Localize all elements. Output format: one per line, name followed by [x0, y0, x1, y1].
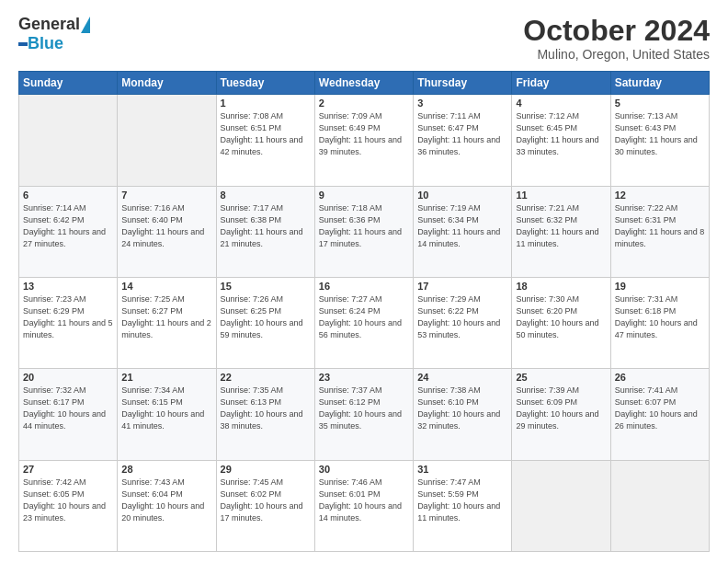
calendar-cell-2-6: 19Sunrise: 7:31 AMSunset: 6:18 PMDayligh…: [610, 277, 709, 368]
day-info-15: Sunrise: 7:26 AMSunset: 6:25 PMDaylight:…: [221, 293, 311, 341]
calendar-cell-4-6: [610, 460, 709, 551]
day-info-7: Sunrise: 7:16 AMSunset: 6:40 PMDaylight:…: [121, 202, 211, 250]
day-info-16: Sunrise: 7:27 AMSunset: 6:24 PMDaylight:…: [319, 293, 409, 341]
calendar-cell-0-1: [118, 95, 216, 186]
day-info-24: Sunrise: 7:38 AMSunset: 6:10 PMDaylight:…: [417, 385, 507, 432]
day-number-1: 1: [221, 98, 311, 109]
day-info-21: Sunrise: 7:34 AMSunset: 6:15 PMDaylight:…: [121, 385, 211, 432]
col-thursday: Thursday: [414, 72, 512, 95]
calendar-cell-1-1: 7Sunrise: 7:16 AMSunset: 6:40 PMDaylight…: [118, 186, 216, 277]
calendar-cell-1-6: 12Sunrise: 7:22 AMSunset: 6:31 PMDayligh…: [610, 186, 709, 277]
day-number-25: 25: [516, 372, 606, 383]
calendar-cell-2-0: 13Sunrise: 7:23 AMSunset: 6:29 PMDayligh…: [19, 277, 118, 368]
calendar-cell-3-2: 22Sunrise: 7:35 AMSunset: 6:13 PMDayligh…: [216, 369, 314, 460]
day-number-22: 22: [221, 372, 311, 383]
day-number-17: 17: [417, 281, 507, 292]
day-info-30: Sunrise: 7:46 AMSunset: 6:01 PMDaylight:…: [319, 477, 409, 524]
calendar-cell-3-4: 24Sunrise: 7:38 AMSunset: 6:10 PMDayligh…: [414, 369, 512, 460]
day-number-12: 12: [615, 190, 705, 201]
col-sunday: Sunday: [19, 72, 118, 95]
day-info-17: Sunrise: 7:29 AMSunset: 6:22 PMDaylight:…: [417, 293, 507, 341]
col-monday: Monday: [118, 72, 216, 95]
calendar-cell-4-5: [512, 460, 610, 551]
calendar-cell-0-0: [19, 95, 118, 186]
day-info-10: Sunrise: 7:19 AMSunset: 6:34 PMDaylight:…: [417, 202, 507, 250]
page: General Blue October 2024 Mulino, Oregon…: [0, 0, 728, 563]
calendar-cell-3-6: 26Sunrise: 7:41 AMSunset: 6:07 PMDayligh…: [610, 369, 709, 460]
location: Mulino, Oregon, United States: [523, 47, 710, 62]
calendar-cell-2-5: 18Sunrise: 7:30 AMSunset: 6:20 PMDayligh…: [512, 277, 610, 368]
day-info-27: Sunrise: 7:42 AMSunset: 6:05 PMDaylight:…: [23, 477, 113, 524]
week-row-2: 13Sunrise: 7:23 AMSunset: 6:29 PMDayligh…: [19, 277, 710, 368]
day-info-28: Sunrise: 7:43 AMSunset: 6:04 PMDaylight:…: [121, 477, 211, 524]
day-info-23: Sunrise: 7:37 AMSunset: 6:12 PMDaylight:…: [319, 385, 409, 432]
day-number-31: 31: [417, 464, 507, 475]
day-number-18: 18: [516, 281, 606, 292]
calendar-cell-3-1: 21Sunrise: 7:34 AMSunset: 6:15 PMDayligh…: [118, 369, 216, 460]
calendar-table: Sunday Monday Tuesday Wednesday Thursday…: [18, 71, 710, 552]
day-number-9: 9: [319, 190, 409, 201]
day-info-5: Sunrise: 7:13 AMSunset: 6:43 PMDaylight:…: [615, 110, 705, 158]
day-info-25: Sunrise: 7:39 AMSunset: 6:09 PMDaylight:…: [516, 385, 606, 432]
calendar-cell-0-6: 5Sunrise: 7:13 AMSunset: 6:43 PMDaylight…: [610, 95, 709, 186]
day-number-6: 6: [23, 190, 113, 201]
day-info-29: Sunrise: 7:45 AMSunset: 6:02 PMDaylight:…: [221, 477, 311, 524]
day-info-4: Sunrise: 7:12 AMSunset: 6:45 PMDaylight:…: [516, 110, 606, 158]
day-number-16: 16: [319, 281, 409, 292]
col-saturday: Saturday: [610, 72, 709, 95]
day-info-20: Sunrise: 7:32 AMSunset: 6:17 PMDaylight:…: [23, 385, 113, 432]
calendar-cell-2-2: 15Sunrise: 7:26 AMSunset: 6:25 PMDayligh…: [216, 277, 314, 368]
day-number-19: 19: [615, 281, 705, 292]
logo-blue-text: Blue: [28, 34, 63, 53]
week-row-3: 20Sunrise: 7:32 AMSunset: 6:17 PMDayligh…: [19, 369, 710, 460]
day-number-14: 14: [121, 281, 211, 292]
calendar-cell-1-3: 9Sunrise: 7:18 AMSunset: 6:36 PMDaylight…: [314, 186, 413, 277]
day-info-13: Sunrise: 7:23 AMSunset: 6:29 PMDaylight:…: [23, 293, 113, 341]
day-number-15: 15: [221, 281, 311, 292]
day-number-3: 3: [417, 98, 507, 109]
day-number-24: 24: [417, 372, 507, 383]
day-number-20: 20: [23, 372, 113, 383]
header-right: October 2024 Mulino, Oregon, United Stat…: [523, 15, 710, 62]
day-info-9: Sunrise: 7:18 AMSunset: 6:36 PMDaylight:…: [319, 202, 409, 250]
day-number-8: 8: [221, 190, 311, 201]
day-info-31: Sunrise: 7:47 AMSunset: 5:59 PMDaylight:…: [417, 477, 507, 524]
calendar-cell-3-0: 20Sunrise: 7:32 AMSunset: 6:17 PMDayligh…: [19, 369, 118, 460]
day-info-1: Sunrise: 7:08 AMSunset: 6:51 PMDaylight:…: [221, 110, 311, 158]
week-row-0: 1Sunrise: 7:08 AMSunset: 6:51 PMDaylight…: [19, 95, 710, 186]
day-info-6: Sunrise: 7:14 AMSunset: 6:42 PMDaylight:…: [23, 202, 113, 250]
day-info-2: Sunrise: 7:09 AMSunset: 6:49 PMDaylight:…: [319, 110, 409, 158]
day-number-11: 11: [516, 190, 606, 201]
month-title: October 2024: [523, 15, 710, 47]
week-row-1: 6Sunrise: 7:14 AMSunset: 6:42 PMDaylight…: [19, 186, 710, 277]
day-number-29: 29: [221, 464, 311, 475]
day-number-21: 21: [121, 372, 211, 383]
col-tuesday: Tuesday: [216, 72, 314, 95]
day-number-26: 26: [615, 372, 705, 383]
calendar-cell-0-3: 2Sunrise: 7:09 AMSunset: 6:49 PMDaylight…: [314, 95, 413, 186]
calendar-cell-0-2: 1Sunrise: 7:08 AMSunset: 6:51 PMDaylight…: [216, 95, 314, 186]
day-number-27: 27: [23, 464, 113, 475]
calendar-cell-1-5: 11Sunrise: 7:21 AMSunset: 6:32 PMDayligh…: [512, 186, 610, 277]
calendar-cell-3-3: 23Sunrise: 7:37 AMSunset: 6:12 PMDayligh…: [314, 369, 413, 460]
calendar-cell-1-4: 10Sunrise: 7:19 AMSunset: 6:34 PMDayligh…: [414, 186, 512, 277]
day-number-7: 7: [121, 190, 211, 201]
col-friday: Friday: [512, 72, 610, 95]
calendar-cell-4-3: 30Sunrise: 7:46 AMSunset: 6:01 PMDayligh…: [314, 460, 413, 551]
col-wednesday: Wednesday: [314, 72, 413, 95]
logo-general-text: General: [18, 15, 80, 34]
calendar-cell-0-4: 3Sunrise: 7:11 AMSunset: 6:47 PMDaylight…: [414, 95, 512, 186]
day-info-8: Sunrise: 7:17 AMSunset: 6:38 PMDaylight:…: [221, 202, 311, 250]
day-number-2: 2: [319, 98, 409, 109]
day-info-3: Sunrise: 7:11 AMSunset: 6:47 PMDaylight:…: [417, 110, 507, 158]
calendar-cell-2-4: 17Sunrise: 7:29 AMSunset: 6:22 PMDayligh…: [414, 277, 512, 368]
logo: General Blue: [18, 15, 90, 53]
calendar-header-row: Sunday Monday Tuesday Wednesday Thursday…: [19, 72, 710, 95]
day-info-22: Sunrise: 7:35 AMSunset: 6:13 PMDaylight:…: [221, 385, 311, 432]
calendar-cell-2-3: 16Sunrise: 7:27 AMSunset: 6:24 PMDayligh…: [314, 277, 413, 368]
day-number-13: 13: [23, 281, 113, 292]
day-number-10: 10: [417, 190, 507, 201]
day-number-28: 28: [121, 464, 211, 475]
header: General Blue October 2024 Mulino, Oregon…: [18, 15, 710, 62]
logo-triangle-icon: [81, 17, 90, 33]
